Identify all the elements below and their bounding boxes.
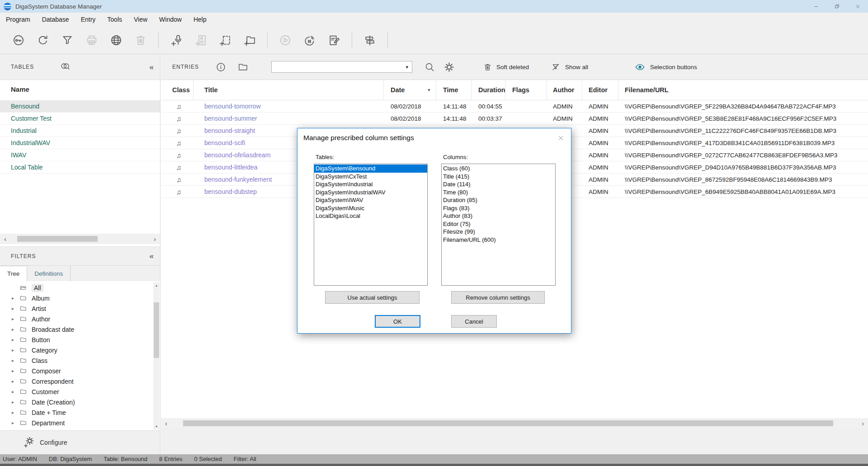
dialog-table-item[interactable]: DigaSystem\Industrial [314,180,427,188]
broadcast-button[interactable] [303,34,316,47]
collapse-tables-panel-button[interactable]: « [150,63,154,71]
tree-item-all[interactable]: All [0,282,160,293]
table-list-item[interactable]: Local Table [0,161,160,174]
column-header-filename-url[interactable]: Filename/URL [618,80,868,100]
cancel-button[interactable]: Cancel [451,315,497,328]
scroll-up-icon[interactable]: ▲ [153,282,160,288]
dialog-column-item[interactable]: Editor (75) [442,220,555,228]
tree-item-correspondent[interactable]: ▸Correspondent [0,376,160,386]
entry-title-link[interactable]: bensound-ofeliasdream [204,151,270,159]
dialog-column-item[interactable]: Time (80) [442,188,555,197]
key-button[interactable] [12,34,25,47]
selection-buttons-eye-icon[interactable] [634,62,646,72]
settings-gear-icon[interactable] [444,62,454,72]
scroll-right-icon[interactable]: › [862,418,864,428]
selection-add-button[interactable] [219,34,231,47]
scroll-thumb[interactable] [183,420,833,426]
expand-arrow-icon[interactable]: ▸ [12,368,19,373]
dialog-table-item[interactable]: DigaSystem\Music [314,204,427,212]
expand-arrow-icon[interactable]: ▸ [12,306,19,311]
column-header-class[interactable]: Class [161,80,193,100]
table-list-item[interactable]: Industrial [0,125,160,137]
table-search-icon[interactable] [59,62,71,72]
soft-deleted-label[interactable]: Soft deleted [496,64,529,71]
expand-arrow-icon[interactable]: ▸ [12,327,19,332]
scroll-left-icon[interactable]: ‹ [165,418,167,428]
tab-tree[interactable]: Tree [0,266,27,281]
show-all-label[interactable]: Show all [565,64,588,71]
restore-button[interactable] [826,0,847,13]
edit-entry-button[interactable] [328,34,340,47]
collapse-filters-panel-button[interactable]: « [150,252,154,260]
scroll-left-icon[interactable]: ‹ [4,234,6,244]
search-icon[interactable] [425,62,435,72]
scroll-thumb[interactable] [17,236,98,242]
remove-column-settings-button[interactable]: Remove column settings [451,291,545,304]
dialog-table-item[interactable]: LocalDigas\Local [314,212,427,220]
dialog-tables-listbox[interactable]: DigaSystem\BensoundDigaSystem\CxTestDiga… [314,164,428,286]
entry-title-link[interactable]: bensound-littleidea [204,164,258,171]
expand-arrow-icon[interactable]: ▸ [12,296,19,301]
expand-arrow-icon[interactable]: ▸ [12,410,19,415]
column-header-duration[interactable]: Duration [472,80,505,100]
expand-arrow-icon[interactable]: ▸ [12,389,19,394]
entry-title-link[interactable]: bensound-dubstep [204,188,257,195]
column-header-time[interactable]: Time [436,80,472,100]
tables-hscrollbar[interactable]: ‹ › [0,234,160,244]
expand-arrow-icon[interactable]: ▸ [12,379,19,384]
tree-item-department[interactable]: ▸Department [0,418,160,428]
entries-search-combobox[interactable]: ▾ [271,61,412,73]
dialog-column-item[interactable]: Filename/URL (600) [442,236,555,244]
dialog-column-item[interactable]: Author (83) [442,212,555,220]
entries-hscrollbar[interactable]: ‹ › [161,418,868,428]
dialog-column-item[interactable]: Flags (83) [442,204,555,212]
column-header-date[interactable]: Date▾ [384,80,436,100]
refresh-button[interactable] [37,34,49,47]
tree-item-class[interactable]: ▸Class [0,355,160,366]
dialog-table-item[interactable]: DigaSystem\IndustrialWAV [314,188,427,197]
show-all-filter-icon[interactable] [551,62,561,72]
tree-item-button[interactable]: ▸Button [0,334,160,345]
scroll-right-icon[interactable]: › [154,234,156,244]
scroll-thumb[interactable] [154,302,159,358]
filters-vscrollbar[interactable]: ▲▼ [153,282,160,429]
expand-arrow-icon[interactable]: ▸ [12,348,19,353]
use-actual-settings-button[interactable]: Use actual settings [325,291,420,304]
expand-arrow-icon[interactable]: ▸ [12,420,19,425]
column-header-editor[interactable]: Editor [582,80,618,100]
expand-arrow-icon[interactable]: ▸ [12,337,19,342]
close-button[interactable] [847,0,868,13]
tree-item-customer[interactable]: ▸Customer [0,386,160,397]
tree-item-broadcast-date[interactable]: ▸Broadcast date [0,324,160,334]
dialog-table-item[interactable]: DigaSystem\IWAV [314,196,427,204]
configure-row[interactable]: Configure [0,430,160,454]
minimize-button[interactable] [806,0,826,13]
menu-window[interactable]: Window [153,13,188,26]
column-header-title[interactable]: Title [193,80,384,100]
menu-tools[interactable]: Tools [101,13,128,26]
filter-button[interactable] [61,34,74,47]
folder-add-button[interactable] [243,34,256,47]
entry-title-link[interactable]: bensound-summer [204,115,257,122]
expand-arrow-icon[interactable]: ▸ [12,316,19,321]
tree-item-author[interactable]: ▸Author [0,314,160,324]
tree-item-category[interactable]: ▸Category [0,345,160,355]
entry-title-link[interactable]: bensound-funkyelement [204,176,272,183]
tree-item-artist[interactable]: ▸Artist [0,303,160,314]
globe-button[interactable] [110,34,123,47]
menu-help[interactable]: Help [188,13,212,26]
menu-entry[interactable]: Entry [75,13,102,26]
ok-button[interactable]: OK [375,315,420,328]
table-list-item[interactable]: IWAV [0,149,160,161]
table-row[interactable]: ♫bensound-tomorrow08/02/201814:11:4800:0… [161,100,868,113]
microphone-add-button[interactable] [170,34,183,47]
tree-item-composer[interactable]: ▸Composer [0,366,160,376]
entry-title-link[interactable]: bensound-straight [204,127,255,134]
table-list-item[interactable]: IndustrialWAV [0,137,160,149]
dialog-column-item[interactable]: Date (114) [442,180,555,188]
folder-icon[interactable] [238,62,248,72]
expand-arrow-icon[interactable]: ▸ [12,358,19,363]
expand-arrow-icon[interactable]: ▸ [12,400,19,405]
tree-item-album[interactable]: ▸Album [0,293,160,303]
sort-dropdown-icon[interactable]: ▾ [428,88,430,92]
